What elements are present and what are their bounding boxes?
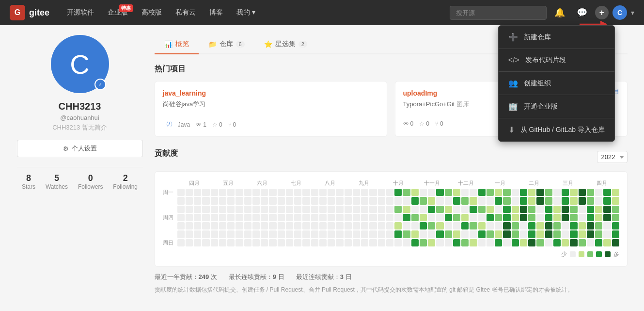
following-count: 2 [113,173,138,183]
search-input[interactable] [450,6,547,20]
cell [445,222,452,229]
cell [528,206,535,213]
cell [211,197,218,204]
cell [319,214,327,221]
legend-cell-0 [570,251,576,257]
cell [436,230,443,238]
nav-blog[interactable]: 博客 [204,5,229,20]
dropdown-enterprise[interactable]: 🏢 开通企业版 [499,95,614,118]
cell [520,206,527,213]
contribution-note: 贡献度的统计数据包括代码提交、创建任务 / Pull Request、合并 Pu… [155,285,628,295]
dropdown-snippet[interactable]: </> 发布代码片段 [499,49,614,71]
logo-text: gitee [29,8,49,18]
cell [436,214,443,221]
cell [269,197,276,204]
cell [361,214,368,221]
message-icon[interactable]: 💬 [573,5,591,20]
year-select[interactable]: 2022 2021 2020 [597,151,628,163]
legend-cell-1 [579,251,584,257]
cell [294,230,301,238]
stat-stars[interactable]: 8 Stars [22,173,35,190]
cell [495,214,502,221]
cell [562,222,569,229]
cell [278,189,285,196]
cell [361,189,368,196]
stat-watches[interactable]: 5 Watches [46,173,68,190]
cell [512,197,519,204]
project-name-0[interactable]: java_learning [163,89,379,97]
nav-university[interactable]: 高校版 [136,5,168,20]
cell [495,222,502,229]
settings-button[interactable]: ⚙ 个人设置 [17,140,143,157]
plus-button[interactable]: + [595,6,609,19]
org-icon: 👥 [508,79,518,88]
cell [345,206,352,213]
cell [227,197,235,204]
topnav: G gitee 开源软件 企业版特惠 高校版 私有云 博客 我的 ▾ 🔔 💬 +… [0,0,644,25]
cell [252,197,260,204]
tab-repos[interactable]: 📁 仓库 6 [199,35,254,54]
user-name: CHH3213 [17,101,143,112]
cell [227,239,235,246]
cell [495,230,502,238]
cell [579,230,586,238]
cell [570,206,577,213]
cell [219,239,226,246]
cell [211,239,218,246]
dropdown-import[interactable]: ⬇ 从 GitHub / GitLab 导入仓库 [499,118,614,141]
notification-icon[interactable]: 🔔 [550,5,569,20]
cell [294,239,301,246]
cell [286,189,293,196]
cell [562,214,569,221]
grid-row-0: 周一 [163,189,619,196]
cell [378,214,385,221]
cell [294,214,301,221]
dropdown-org[interactable]: 👥 创建组织 [499,72,614,95]
cell [420,230,427,238]
cell [587,222,594,229]
logo[interactable]: G gitee [10,5,49,20]
cell [286,239,293,246]
cell [528,197,535,204]
nav-opensource[interactable]: 开源软件 [61,5,100,20]
cell [553,189,561,196]
project-desc-0: 尚硅谷java学习 [163,100,379,109]
avatar-dropdown-arrow[interactable]: ▾ [631,9,634,16]
cell [453,222,460,229]
user-avatar-btn[interactable]: C [613,5,627,20]
cell [595,230,602,238]
cell [536,206,544,213]
cell [570,230,577,238]
cell [336,230,343,238]
cell [261,206,268,213]
cell [236,214,243,221]
cell [411,197,419,204]
stat-following[interactable]: 2 Following [113,173,138,190]
cell [579,239,586,246]
stat-followers[interactable]: 0 Followers [78,173,103,190]
cell [328,222,335,229]
cell [361,222,368,229]
cell [495,189,502,196]
nav-mine[interactable]: 我的 ▾ [231,5,261,20]
views-icon-1: 👁 0 [403,120,414,127]
cell [478,189,486,196]
cell [445,189,452,196]
cell [386,222,393,229]
cell [311,214,318,221]
grid-row-6: 周日 [163,239,619,246]
cell [194,214,201,221]
cell [579,197,586,204]
cell [420,189,427,196]
nav-private[interactable]: 私有云 [170,5,202,20]
cell [353,214,360,221]
cell [211,230,218,238]
nav-enterprise[interactable]: 企业版特惠 [102,5,134,20]
cell [252,230,260,238]
dropdown-new-repo[interactable]: ➕ 新建仓库 [499,26,614,49]
tab-overview[interactable]: 📊 概览 [155,35,199,54]
cell [336,189,343,196]
cell [336,239,343,246]
tab-stars[interactable]: ⭐ 星选集 2 [254,35,317,54]
cell [470,222,477,229]
